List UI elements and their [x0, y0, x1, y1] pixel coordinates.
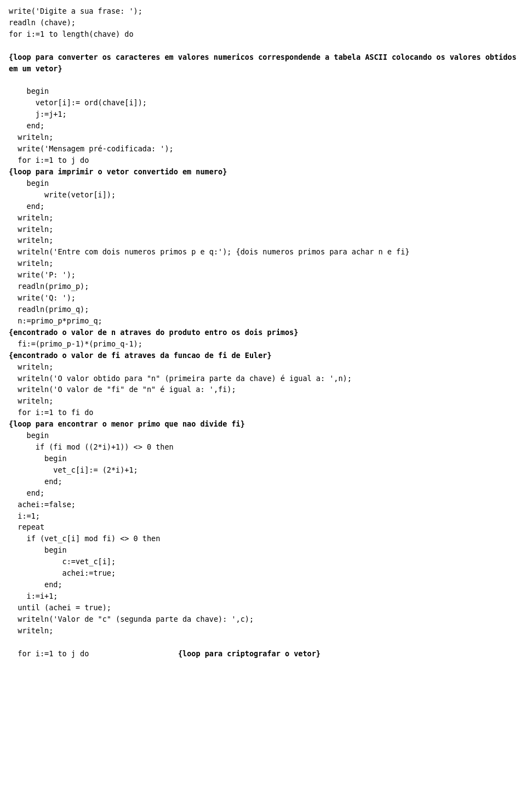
line-10: end;	[9, 121, 44, 130]
line-29: fi:=(primo_p-1)*(primo_q-1);	[9, 339, 142, 348]
line-51: i:=i+1;	[9, 592, 58, 600]
line-36: {loop para encontrar o menor primo que n…	[9, 419, 245, 428]
line-46: if (vet_c[i] mod fi) <> 0 then	[9, 534, 160, 543]
line-17: end;	[9, 202, 44, 211]
line-3: for i:=1 to length(chave) do	[9, 30, 134, 38]
line-11: writeln;	[9, 133, 53, 141]
line-30: {encontrado o valor de fi atraves da fun…	[9, 351, 272, 360]
line-2: readln (chave);	[9, 18, 76, 27]
line-27: n:=primo_p*primo_q;	[9, 316, 102, 325]
line-39: begin	[9, 454, 67, 463]
line-12: write('Mensagem pré-codificada: ');	[9, 144, 174, 153]
line-24: readln(primo_p);	[9, 282, 89, 291]
line-19: writeln;	[9, 225, 53, 234]
line-43: achei:=false;	[9, 500, 76, 509]
line-9: j:=j+1;	[9, 110, 67, 118]
line-48: c:=vet_c[i];	[9, 557, 116, 566]
line-23: write('P: ');	[9, 270, 76, 279]
line-13: for i:=1 to j do	[9, 156, 89, 164]
line-45: repeat	[9, 523, 44, 531]
line-42: end;	[9, 489, 44, 497]
line-28: {encontrado o valor de n atraves do prod…	[9, 328, 298, 337]
code-container: write('Digite a sua frase: '); readln (c…	[9, 5, 517, 660]
line-38: if (fi mod ((2*i)+1)) <> 0 then	[9, 442, 174, 451]
line-15: begin	[9, 179, 49, 188]
line-37: begin	[9, 431, 49, 440]
line-32: writeln('O valor obtido para "n" (primei…	[9, 374, 352, 383]
line-26: readln(primo_q);	[9, 305, 89, 314]
line-21: writeln('Entre com dois numeros primos p…	[9, 247, 410, 256]
line-34: writeln;	[9, 396, 53, 405]
line-49: achei:=true;	[9, 569, 116, 577]
line-14: {loop para imprimir o vetor convertido e…	[9, 167, 227, 176]
line-56: for i:=1 to j do {loop para criptografar…	[9, 649, 321, 658]
line-25: write('Q: ');	[9, 293, 76, 302]
line-44: i:=1;	[9, 512, 40, 520]
line-18: writeln;	[9, 213, 53, 222]
line-35: for i:=1 to fi do	[9, 408, 93, 417]
line-8: vetor[i]:= ord(chave[i]);	[9, 98, 147, 107]
line-31: writeln;	[9, 362, 53, 371]
line-50: end;	[9, 580, 62, 589]
line-33: writeln('O valor de "fi" de "n" é igual …	[9, 385, 236, 394]
line-16: write(vetor[i]);	[9, 190, 116, 199]
line-20: writeln;	[9, 236, 53, 245]
line-41: end;	[9, 477, 62, 486]
line-1: write('Digite a sua frase: ');	[9, 7, 142, 15]
line-5: {loop para converter os caracteres em va…	[9, 53, 521, 73]
line-40: vet_c[i]:= (2*i)+1;	[9, 465, 138, 474]
line-52: until (achei = true);	[9, 603, 111, 612]
code-block: write('Digite a sua frase: '); readln (c…	[9, 5, 517, 660]
line-7: begin	[9, 87, 49, 95]
line-47: begin	[9, 546, 67, 554]
line-22: writeln;	[9, 259, 53, 268]
line-53: writeln('Valor de "c" (segunda parte da …	[9, 615, 254, 623]
line-54: writeln;	[9, 626, 53, 635]
